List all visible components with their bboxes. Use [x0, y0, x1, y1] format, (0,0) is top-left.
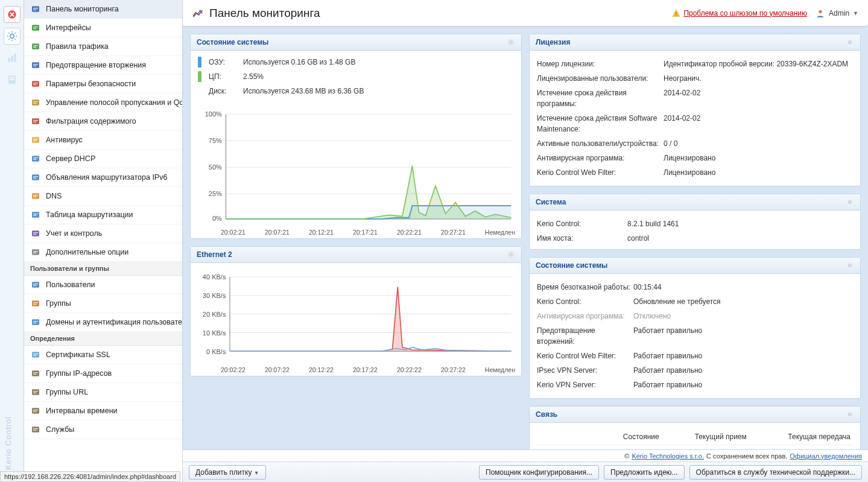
sidebar-item-label: Службы: [46, 425, 74, 434]
svg-rect-22: [33, 84, 36, 85]
svg-rect-62: [32, 370, 39, 376]
gear-icon[interactable]: [507, 250, 515, 259]
sidebar-item-label: Объявления маршрутизатора IPv6: [46, 173, 167, 182]
svg-rect-19: [33, 66, 36, 66]
kerio-link[interactable]: Kerio Technologies s.r.o.: [632, 452, 704, 460]
sidebar-item-gear[interactable]: Дополнительные опции: [24, 243, 182, 262]
sidebar-item-dns[interactable]: DNS: [24, 187, 182, 206]
kv-row: Номер лицензии:Идентификатор пробной вер…: [537, 57, 853, 71]
sidebar-item-block[interactable]: Параметры безопасности: [24, 75, 182, 94]
svg-rect-9: [33, 8, 38, 8]
svg-point-103: [849, 41, 852, 44]
sidebar-item-group[interactable]: Группы: [24, 294, 182, 313]
kv-row: Антивирусная программа:Отключено: [537, 309, 853, 323]
svg-rect-35: [32, 174, 39, 180]
chevron-down-icon: ▼: [853, 10, 858, 16]
page-title: Панель мониторинга: [209, 7, 320, 20]
gear-icon[interactable]: [846, 38, 854, 46]
gateway-alert-link[interactable]: Проблема со шлюзом по умолчанию: [672, 9, 807, 17]
routing-icon: [30, 209, 41, 220]
sidebar-item-domain[interactable]: Домены и аутентификация пользователей: [24, 313, 182, 332]
svg-rect-57: [33, 321, 38, 322]
sidebar-item-label: DNS: [46, 192, 62, 200]
svg-rect-3: [11, 56, 13, 62]
accounting-icon: [30, 228, 41, 239]
sidebar-item-ipv6[interactable]: Объявления маршрутизатора IPv6: [24, 168, 182, 187]
svg-rect-37: [33, 178, 36, 179]
sidebar-item-accounting[interactable]: Учет и контроль: [24, 224, 182, 243]
svg-rect-75: [676, 14, 677, 15]
config-wizard-button[interactable]: Помощник конфигурирования...: [479, 465, 599, 480]
svg-text:10 KB/s: 10 KB/s: [203, 329, 226, 337]
sidebar-item-label: Панель мониторинга: [46, 5, 119, 13]
svg-rect-66: [33, 391, 38, 392]
svg-point-105: [849, 264, 852, 267]
svg-rect-65: [32, 389, 39, 395]
sidebar-item-dashboard[interactable]: Панель мониторинга: [24, 0, 182, 19]
svg-rect-54: [33, 302, 38, 303]
svg-rect-52: [33, 285, 36, 286]
svg-rect-46: [33, 234, 36, 235]
svg-rect-74: [676, 12, 677, 14]
page-tab-icon[interactable]: [4, 71, 21, 88]
sidebar-item-funnel[interactable]: Фильтрация содержимого: [24, 112, 182, 131]
kv-row: Kerio Control Web Filter:Лицензировано: [537, 165, 853, 180]
svg-rect-50: [32, 282, 39, 287]
svg-rect-49: [33, 253, 36, 253]
suggest-idea-button[interactable]: Предложить идею...: [604, 465, 685, 480]
kv-row: IPsec VPN Server:Работает правильно: [537, 363, 853, 378]
app-logo-icon[interactable]: [4, 6, 21, 23]
sidebar-item-urlgroup[interactable]: Группы URL: [24, 383, 182, 402]
sidebar-item-user[interactable]: Пользователи: [24, 276, 182, 294]
gear-icon[interactable]: [846, 261, 854, 270]
admin-menu[interactable]: Admin ▼: [816, 8, 858, 18]
svg-rect-44: [32, 230, 39, 236]
gear-icon[interactable]: [846, 198, 854, 206]
support-button[interactable]: Обратиться в службу технической поддержк…: [689, 465, 862, 480]
panel-system: Система Kerio Control:8.2.1 build 1461Им…: [529, 194, 861, 250]
svg-point-1: [10, 34, 14, 39]
sidebar-item-ipgroup[interactable]: Группы IP-адресов: [24, 364, 182, 383]
sidebar-item-traffic-rules[interactable]: Правила трафика: [24, 37, 182, 56]
svg-rect-53: [32, 300, 39, 306]
svg-rect-42: [33, 214, 38, 214]
svg-point-77: [510, 41, 513, 44]
svg-rect-71: [32, 427, 39, 432]
svg-rect-8: [32, 6, 39, 11]
panel-sysstate: Состояние системы ОЗУ:Используется 0.16 …: [190, 34, 522, 239]
svg-rect-48: [33, 251, 38, 252]
status-bar-url: https://192.168.226.226:4081/admin/index…: [0, 471, 180, 482]
gear-icon[interactable]: [507, 38, 515, 46]
domain-icon: [30, 317, 41, 328]
sidebar-item-routing[interactable]: Таблица маршрутизации: [24, 206, 182, 224]
sidebar-item-interfaces[interactable]: Интерфейсы: [24, 19, 182, 37]
sidebar-item-label: Группы: [46, 299, 71, 308]
svg-rect-39: [33, 195, 38, 195]
sidebar-item-dhcp[interactable]: Сервер DHCP: [24, 150, 182, 168]
services-icon: [30, 424, 41, 435]
gear-icon[interactable]: [846, 410, 854, 419]
sidebar-item-folder[interactable]: Антивирус: [24, 131, 182, 150]
sidebar-item-label: Дополнительные опции: [46, 248, 128, 256]
sidebar-item-time[interactable]: Интервалы времени: [24, 402, 182, 420]
sidebar-item-shield[interactable]: Предотвращение вторжения: [24, 56, 182, 75]
settings-tab-icon[interactable]: [4, 28, 21, 45]
svg-rect-56: [32, 319, 39, 325]
svg-rect-55: [33, 304, 36, 305]
kv-row: Антивирусная программа:Лицензировано: [537, 151, 853, 165]
add-tile-button[interactable]: Добавить плитку ▼: [189, 465, 266, 480]
svg-rect-13: [33, 28, 36, 29]
stats-tab-icon[interactable]: [4, 49, 21, 66]
sidebar-item-cert[interactable]: Сертификаты SSL: [24, 346, 182, 364]
legal-link[interactable]: Официал.уведомления: [790, 452, 862, 460]
sidebar-item-services[interactable]: Службы: [24, 420, 182, 439]
dhcp-icon: [30, 153, 41, 164]
svg-rect-20: [32, 81, 39, 86]
funnel-icon: [30, 116, 41, 127]
sidebar-item-bandwidth[interactable]: Управление полосой пропускания и QoS: [24, 94, 182, 112]
ethernet-chart: 40 KB/s 30 KB/s 20 KB/s 10 KB/s 0 KB/s: [197, 270, 515, 363]
folder-icon: [30, 135, 41, 145]
sidebar-section-users: Пользователи и группы: [24, 262, 182, 276]
svg-rect-36: [33, 176, 38, 177]
dashboard-icon: [30, 4, 41, 14]
